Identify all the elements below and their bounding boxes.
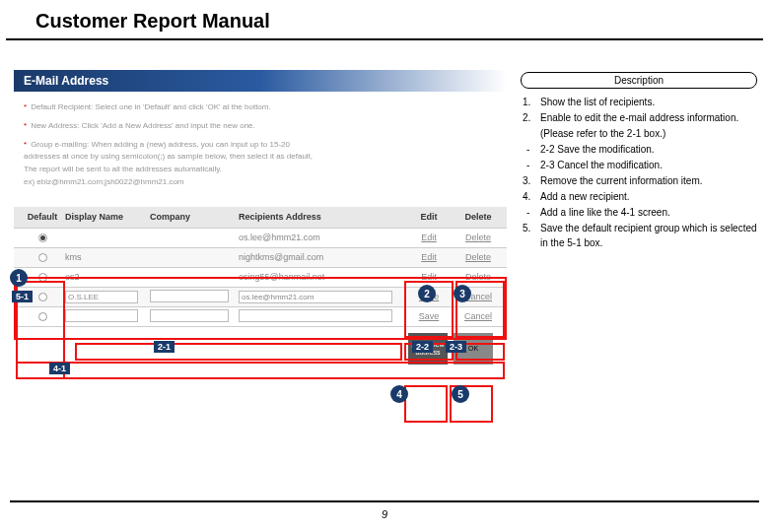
redbox-4	[404, 385, 448, 423]
callout-4-1: 4-1	[49, 363, 70, 374]
edit-link[interactable]: Edit	[421, 252, 437, 262]
page-title: Customer Report Manual	[6, 0, 763, 40]
table-row: os.lee@hmm21.com Edit Delete	[14, 229, 507, 248]
desc-item: Save the default recipient group which i…	[540, 221, 757, 250]
default-radio[interactable]	[38, 233, 47, 242]
desc-item: 2-2 Save the modification.	[540, 142, 757, 157]
instr-line: New Address: Click 'Add a New Address' a…	[31, 121, 255, 130]
desc-item: Add a line like the 4-1 screen.	[540, 205, 757, 220]
edit-link[interactable]: Edit	[421, 272, 437, 282]
desc-item: (Please refer to the 2-1 box.)	[540, 126, 757, 141]
callout-3: 3	[454, 285, 471, 302]
email-address-header: E-Mail Address	[14, 70, 507, 92]
instr-line: ex) ebiz@hmm21.com;jsh0022@hmm21.com	[24, 177, 184, 186]
callout-1: 1	[10, 269, 28, 287]
cell-address: nightkms@gmail.com	[239, 252, 404, 262]
cell-address: os.lee@hmm21.com	[239, 233, 404, 242]
default-radio[interactable]	[38, 273, 47, 282]
screenshot-panel: E-Mail Address *Default Recipient: Selec…	[14, 70, 507, 365]
company-input[interactable]	[150, 309, 229, 322]
cell-display: kms	[65, 252, 150, 262]
desc-item: 2-3 Cancel the modification.	[540, 158, 757, 172]
display-input[interactable]: O.S.LEE	[65, 291, 138, 303]
instr-line: The report will be sent to all the addre…	[24, 165, 222, 173]
table-row: os2 osing55@hanmail.net Edit Delete	[14, 268, 507, 288]
company-input[interactable]	[150, 290, 229, 302]
default-radio[interactable]	[38, 312, 47, 321]
delete-link[interactable]: Delete	[465, 252, 491, 262]
default-radio[interactable]	[38, 253, 47, 262]
cell-address: osing55@hanmail.net	[239, 272, 404, 282]
description-title: Description	[521, 72, 757, 89]
instr-line: Default Recipient: Select one in 'Defaul…	[31, 102, 271, 111]
desc-item: Remove the current information item.	[540, 173, 757, 188]
save-link[interactable]: Save	[419, 311, 440, 321]
callout-2-3: 2-3	[446, 341, 466, 353]
display-input[interactable]	[65, 309, 138, 322]
th-display: Display Name	[65, 212, 150, 222]
th-edit: Edit	[404, 212, 454, 222]
address-input[interactable]	[239, 309, 392, 322]
th-delete: Delete	[454, 212, 503, 222]
instr-line: addresses at once by using semicolon(;) …	[24, 152, 313, 161]
callout-2: 2	[418, 285, 436, 302]
page-number: 9	[0, 508, 769, 520]
callout-5: 5	[452, 385, 469, 403]
table-header-row: Default Display Name Company Recipients …	[14, 207, 507, 229]
content-area: E-Mail Address *Default Recipient: Selec…	[0, 40, 769, 494]
instr-line: Group e-mailing: When adding a (new) add…	[31, 140, 290, 149]
desc-item: Show the list of recipients.	[540, 95, 757, 109]
callout-2-1: 2-1	[154, 341, 175, 353]
th-company: Company	[150, 212, 239, 222]
callout-2-2: 2-2	[412, 341, 433, 353]
table-row: kms nightkms@gmail.com Edit Delete	[14, 248, 507, 268]
table-row-new: Save Cancel	[14, 307, 507, 327]
delete-link[interactable]: Delete	[465, 233, 491, 242]
cell-display: os2	[65, 272, 150, 282]
description-list: Show the list of recipients. Enable to e…	[521, 95, 757, 250]
desc-item: Enable to edit the e-mail address inform…	[540, 110, 757, 125]
bottom-rule	[10, 500, 759, 502]
cancel-link[interactable]: Cancel	[464, 311, 492, 321]
edit-link[interactable]: Edit	[421, 233, 437, 242]
th-default: Default	[20, 212, 65, 222]
address-input[interactable]: os.lee@hmm21.com	[239, 291, 392, 303]
description-panel: Description Show the list of recipients.…	[521, 72, 757, 251]
callout-4: 4	[390, 385, 408, 403]
instruction-text: *Default Recipient: Select one in 'Defau…	[14, 92, 507, 201]
callout-5-1: 5-1	[12, 291, 33, 302]
th-address: Recipients Address	[239, 212, 404, 222]
delete-link[interactable]: Delete	[465, 272, 491, 282]
desc-item: Add a new recipient.	[540, 189, 757, 204]
default-radio[interactable]	[38, 293, 47, 301]
